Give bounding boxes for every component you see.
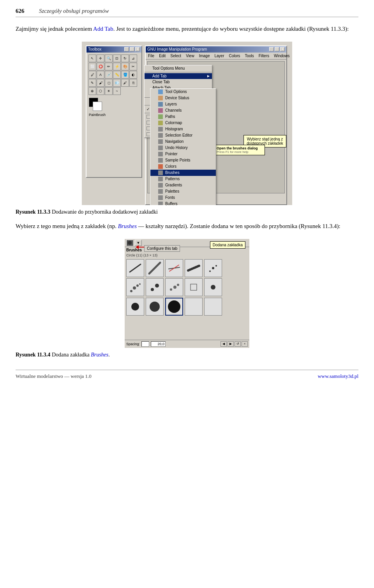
tool-rotate[interactable]: ↻ (121, 54, 129, 62)
tool-shear[interactable]: ⊿ (129, 54, 137, 62)
brush-nav-refresh[interactable]: ↺ (235, 341, 241, 347)
submenu-paths[interactable]: Paths (150, 114, 216, 120)
submenu-palettes[interactable]: Palettes (150, 188, 216, 195)
menu-tools[interactable]: Tools (244, 53, 254, 58)
submenu-icon-undo-history (158, 146, 163, 150)
maximize-btn[interactable]: □ (130, 47, 134, 51)
menu-edit[interactable]: Edit (158, 53, 166, 58)
brush-item-11[interactable] (126, 298, 144, 316)
tool-airbrush[interactable]: 💨 (113, 79, 121, 87)
fg-bg-colors[interactable] (89, 98, 103, 112)
submenu-buffers[interactable]: Buffers (150, 201, 216, 205)
brush-item-6[interactable] (126, 278, 144, 296)
submenu-navigation[interactable]: Navigation (150, 139, 216, 145)
tool-pencil[interactable]: ✎ (88, 79, 96, 87)
submenu[interactable]: Tool Options Device Status Layers Channe… (150, 88, 216, 205)
tool-dodge[interactable]: ☀ (105, 87, 113, 95)
tool-fuzzy[interactable]: ⚡ (113, 63, 121, 70)
figure2-brushes-link[interactable]: Brushes (91, 352, 108, 358)
brush-nav-prev[interactable]: ◀ (221, 341, 227, 347)
submenu-colors[interactable]: Colors (150, 163, 216, 170)
tool-ink[interactable]: 🖋 (121, 79, 129, 87)
tool-color-picker[interactable]: 💉 (105, 71, 113, 79)
submenu-tool-options[interactable]: Tool Options (150, 89, 216, 95)
brush-item-12[interactable] (146, 298, 164, 316)
brush-item-8[interactable] (165, 278, 183, 296)
menu-colors[interactable]: Colors (228, 53, 241, 58)
brush-item-15[interactable] (204, 298, 222, 316)
tool-free-sel[interactable]: ✏ (105, 63, 113, 70)
tool-crop[interactable]: ⊡ (113, 54, 121, 62)
tool-blend[interactable]: ◐ (129, 71, 137, 79)
ctx-tool-options-menu[interactable]: Tool Options Menu (145, 65, 212, 71)
tool-move[interactable]: ✛ (97, 54, 104, 62)
tool-paths[interactable]: 🖊 (88, 71, 96, 79)
ctx-close-tab[interactable]: Close Tab (145, 79, 212, 85)
menu-file[interactable]: File (147, 53, 155, 58)
close-btn[interactable]: ✕ (135, 47, 140, 51)
minimize-btn[interactable]: _ (124, 47, 129, 51)
tool-clone[interactable]: ⎘ (129, 79, 137, 87)
tool-zoom[interactable]: 🔍 (105, 54, 113, 62)
submenu-layers[interactable]: Layers (150, 101, 216, 107)
brush-item-10[interactable] (204, 278, 222, 296)
tool-rect[interactable]: ⬜ (88, 63, 96, 70)
tool-sel-color[interactable]: 🎨 (121, 63, 129, 70)
footer-right-link[interactable]: www.samoloty3d.pl (318, 373, 358, 379)
menu-select[interactable]: Select (169, 53, 182, 58)
tool-scissors[interactable]: ✂ (129, 63, 137, 70)
brush-item-14[interactable] (185, 298, 203, 316)
tool-measure[interactable]: 📏 (113, 71, 121, 79)
brush-item-9[interactable] (185, 278, 203, 296)
menu-layer[interactable]: Layer (213, 53, 225, 58)
add-tab-link[interactable]: Add Tab (93, 26, 113, 32)
brush-item-2[interactable] (146, 259, 164, 277)
submenu-undo-history[interactable]: Undo History (150, 145, 216, 151)
submenu-selection-editor[interactable]: Selection Editor (150, 132, 216, 139)
ctx-add-tab[interactable]: Add Tab ▶ (145, 73, 212, 79)
brush-item-3[interactable] (165, 259, 183, 277)
submenu-brushes[interactable]: Brushes (150, 170, 216, 176)
submenu-icon-fonts (158, 195, 163, 200)
menu-view[interactable]: View (185, 53, 195, 58)
tool-eraser[interactable]: ◻ (105, 79, 113, 87)
spacing-checkbox[interactable] (141, 341, 149, 347)
brushes-icon-btn-1[interactable] (126, 240, 133, 246)
bg-color[interactable] (93, 102, 102, 111)
brush-stroke-svg-6 (128, 280, 142, 294)
submenu-patterns[interactable]: Patterns (150, 176, 216, 182)
brush-item-7[interactable] (146, 278, 164, 296)
brush-item-1[interactable] (126, 259, 144, 277)
menu-windows[interactable]: Windows (273, 53, 291, 58)
brushes-link[interactable]: Brushes (118, 223, 137, 229)
gimp-close-btn[interactable]: ✕ (280, 47, 285, 51)
tool-smudge[interactable]: ~ (113, 87, 121, 95)
brush-nav-add[interactable]: + (242, 341, 248, 347)
brush-item-13-selected[interactable] (165, 298, 183, 316)
submenu-histogram[interactable]: Histogram (150, 126, 216, 132)
tool-text[interactable]: A (97, 71, 104, 79)
menu-filters[interactable]: Filters (258, 53, 270, 58)
submenu-device-status[interactable]: Device Status (150, 95, 216, 101)
configure-tab-popup[interactable]: Configure this tab (144, 245, 180, 252)
brush-item-4[interactable] (185, 259, 203, 277)
brush-item-5[interactable] (204, 259, 222, 277)
submenu-sample-points[interactable]: Sample Points (150, 157, 216, 163)
tool-bucket[interactable]: 🪣 (121, 71, 129, 79)
tool-heal[interactable]: ⊕ (88, 87, 96, 95)
submenu-gradients[interactable]: Gradients (150, 182, 216, 188)
svg-rect-17 (191, 284, 197, 290)
ctx-add-tab-arrow: ▶ (207, 74, 210, 78)
menu-image[interactable]: Image (198, 53, 211, 58)
tool-perspective[interactable]: ⬡ (97, 87, 104, 95)
tool-ellipse[interactable]: ⭕ (97, 63, 104, 70)
tool-paintbrush[interactable]: 🖌 (97, 79, 104, 87)
tool-select[interactable]: ↖ (88, 54, 96, 62)
gimp-maximize-btn[interactable]: □ (275, 47, 279, 51)
submenu-channels[interactable]: Channels (150, 107, 216, 114)
submenu-pointer[interactable]: Pointer (150, 151, 216, 157)
submenu-colormap[interactable]: Colormap (150, 120, 216, 126)
brush-nav-next[interactable]: ▶ (228, 341, 234, 347)
gimp-minimize-btn[interactable]: _ (269, 47, 274, 51)
submenu-fonts[interactable]: Fonts (150, 195, 216, 201)
